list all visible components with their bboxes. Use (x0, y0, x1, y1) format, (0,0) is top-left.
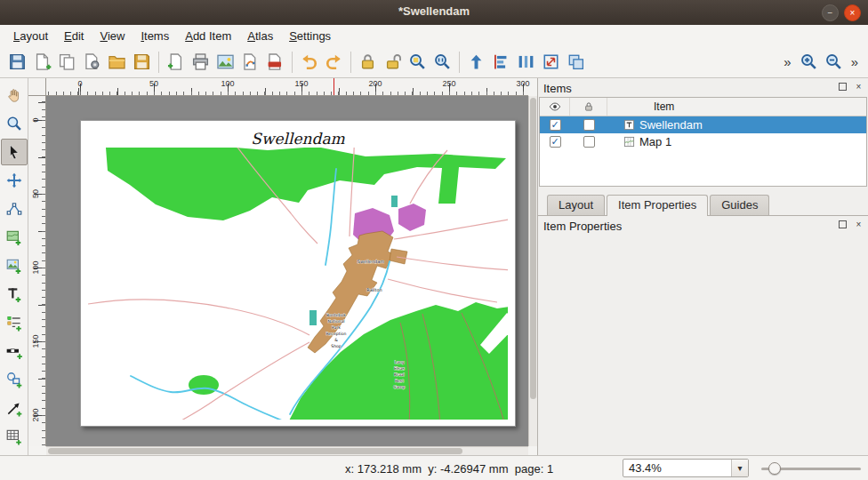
export-svg-button[interactable] (238, 50, 262, 74)
map-item[interactable]: Swellendam Railton Bontebok National Par… (81, 121, 515, 426)
chevron-down-icon: ▾ (737, 463, 742, 473)
undo-button[interactable] (297, 50, 321, 74)
town-label: Swellendam (358, 259, 385, 264)
vertical-scrollbar-thumb[interactable] (530, 98, 536, 399)
zoom-out-button[interactable] (822, 50, 846, 74)
zoom-slider[interactable] (761, 461, 861, 476)
unlock-all-button[interactable] (381, 50, 405, 74)
add-arrow-tool-button[interactable] (1, 395, 28, 421)
vertical-ruler: 0 50 100 150 200 (28, 96, 46, 446)
close-button[interactable]: × (844, 4, 861, 21)
add-map-tool-button[interactable] (1, 224, 28, 251)
zoom-level-value[interactable]: 43.4% (623, 461, 731, 475)
duplicate-layout-button[interactable] (55, 50, 79, 74)
ruler-label: 150 (294, 79, 308, 88)
tab-item-properties[interactable]: Item Properties (607, 195, 708, 216)
distribute-items-button[interactable] (514, 50, 538, 74)
horizontal-scrollbar-thumb[interactable] (48, 448, 462, 454)
new-layout-icon (33, 52, 52, 71)
titlebar[interactable]: *Swellendam − × (0, 0, 868, 25)
visibility-checkbox[interactable]: ✓ (550, 136, 561, 148)
align-items-button[interactable] (489, 50, 513, 74)
group-items-button[interactable] (564, 50, 588, 74)
add-shape-tool-button[interactable] (1, 366, 28, 393)
float-panel-button[interactable] (837, 219, 848, 230)
zoom-dropdown-button[interactable]: ▾ (731, 460, 748, 476)
menu-view[interactable]: View (92, 28, 133, 44)
menu-items[interactable]: Items (133, 28, 177, 44)
lock-selected-items-button[interactable] (356, 50, 380, 74)
redo-button[interactable] (322, 50, 346, 74)
visibility-checkbox[interactable]: ✓ (550, 119, 561, 131)
layout-page[interactable]: Swellendam Railton Bontebok National Par… (80, 120, 516, 427)
item-row-swellendam[interactable]: ✓ Swellendam (540, 116, 866, 133)
item-label: Map 1 (639, 135, 671, 148)
add-label-tool-button[interactable] (1, 281, 28, 308)
toolbar-overflow-button[interactable]: » (779, 54, 795, 69)
layout-tools-toolbar (0, 78, 28, 455)
zoom-tool-button[interactable] (1, 110, 28, 137)
undo-icon (300, 52, 318, 71)
ruler-label: 100 (221, 79, 234, 88)
raise-items-icon (467, 52, 486, 71)
layout-canvas[interactable]: Swellendam Railton Bontebok National Par… (46, 96, 528, 446)
zoom-full-button[interactable] (406, 50, 430, 74)
resize-items-button[interactable] (539, 50, 563, 74)
label-item-icon (623, 119, 635, 131)
toolbar-overflow-button-2[interactable]: » (847, 54, 863, 69)
new-layout-button[interactable] (30, 50, 54, 74)
add-shape-icon (5, 371, 23, 388)
lock-checkbox[interactable] (583, 136, 595, 148)
select-move-item-tool-button[interactable] (1, 139, 28, 165)
add-legend-tool-button[interactable] (1, 309, 28, 336)
tab-guides[interactable]: Guides (710, 195, 769, 215)
vertical-scrollbar[interactable] (528, 96, 537, 446)
menu-edit[interactable]: Edit (56, 28, 92, 44)
zoom-level-combobox[interactable]: 43.4% ▾ (623, 459, 749, 477)
close-panel-button[interactable]: × (853, 81, 864, 92)
menu-layout[interactable]: Layout (5, 28, 56, 44)
town-built-up-area-east (390, 249, 407, 264)
printer-icon (191, 52, 210, 71)
edit-nodes-icon (5, 200, 23, 218)
print-layout-button[interactable] (189, 50, 213, 74)
layout-manager-button[interactable] (80, 50, 104, 74)
export-pdf-button[interactable] (263, 50, 287, 74)
add-pages-button[interactable] (164, 50, 188, 74)
tab-layout[interactable]: Layout (547, 195, 605, 215)
raise-items-button[interactable] (464, 50, 488, 74)
zoom-slider-handle[interactable] (768, 462, 781, 475)
save-as-template-button[interactable] (130, 50, 154, 74)
lock-icon (358, 52, 377, 71)
menu-settings[interactable]: Settings (281, 28, 339, 44)
window-title: *Swellendam (398, 4, 470, 18)
menu-atlas[interactable]: Atlas (239, 28, 281, 44)
add-scalebar-tool-button[interactable] (1, 338, 28, 364)
horizontal-scrollbar[interactable] (46, 446, 528, 455)
edit-nodes-tool-button[interactable] (1, 196, 28, 222)
items-panel-title: Items (543, 82, 572, 95)
pan-hand-icon (5, 86, 23, 104)
add-attribute-table-tool-button[interactable] (1, 423, 28, 450)
zoom-actual-button[interactable] (430, 50, 454, 74)
menu-add-item[interactable]: Add Item (177, 28, 239, 44)
minimize-button[interactable]: − (822, 4, 839, 21)
map-title-label[interactable]: Swellendam (251, 130, 345, 148)
zoom-in-button[interactable] (797, 50, 821, 74)
right-dock-panel: Items × Item ✓ Swellendam ✓ (537, 78, 868, 455)
save-project-button[interactable] (5, 50, 29, 74)
open-layout-button[interactable] (105, 50, 129, 74)
close-panel-button[interactable]: × (853, 219, 864, 230)
cursor-coordinates: x: 173.218 mm y: -4.26947 mm page: 1 (345, 462, 553, 476)
export-image-button[interactable] (213, 50, 237, 74)
lock-checkbox[interactable] (583, 119, 595, 131)
item-row-map1[interactable]: ✓ Map 1 (540, 133, 866, 150)
float-panel-button[interactable] (837, 81, 848, 92)
add-picture-tool-button[interactable] (1, 252, 28, 279)
move-item-content-tool-button[interactable] (1, 167, 28, 194)
pan-tool-button[interactable] (1, 82, 28, 108)
green-field (189, 375, 219, 395)
close-icon: × (850, 9, 856, 18)
zoom-in-icon (800, 52, 818, 71)
ruler-label: 200 (368, 79, 382, 88)
